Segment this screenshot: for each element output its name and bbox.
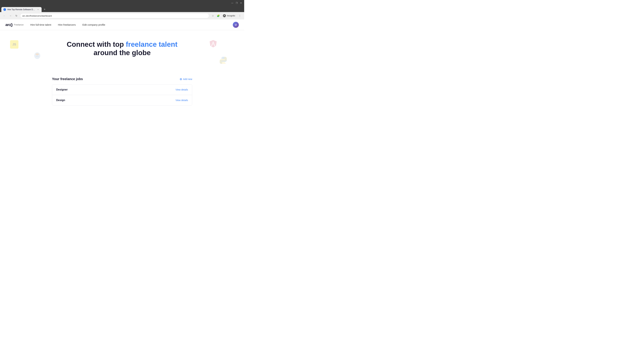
url-text: arc.dev/freelancers/dashboard	[22, 14, 207, 17]
tab-title: Hire Top Remote Software Dev...	[8, 8, 35, 11]
add-new-icon: ⊕	[180, 78, 182, 81]
jobs-list: Designer View details Design View detail…	[52, 84, 192, 106]
svg-rect-5	[212, 44, 214, 44]
extensions-icon: 🧩	[217, 14, 220, 17]
nav-links: Hire full-time talent Hire freelancers E…	[30, 23, 226, 26]
maximize-button[interactable]: ❐	[235, 1, 238, 5]
hero-title: Connect with top freelance talent around…	[64, 40, 181, 57]
tab-favicon-icon	[3, 8, 6, 11]
bookmark-icon: ☆	[212, 14, 214, 17]
top-nav: arc() Freelance Hire full-time talent Hi…	[0, 19, 244, 30]
back-button[interactable]: ←	[2, 13, 7, 18]
browser-chrome: — ❐ ✕ Hire Top Remote Software Dev... × …	[0, 0, 244, 19]
logo-freelance: Freelance	[14, 23, 24, 26]
title-bar: — ❐ ✕	[0, 0, 244, 6]
svg-marker-3	[210, 40, 217, 47]
extensions-button[interactable]: 🧩	[216, 13, 220, 18]
incognito-icon	[223, 14, 226, 17]
incognito-badge[interactable]: Incognito	[221, 13, 237, 18]
hero-title-highlight: freelance talent	[126, 40, 178, 48]
svg-marker-4	[211, 41, 215, 46]
job-name-design: Design	[56, 99, 65, 102]
jobs-section-title: Your freelance jobs	[52, 77, 83, 81]
more-options-button[interactable]: ⋮	[238, 13, 242, 18]
jobs-header: Your freelance jobs ⊕ Add new	[52, 77, 192, 81]
view-details-designer-button[interactable]: View details	[176, 88, 188, 91]
nav-link-hire-fulltime[interactable]: Hire full-time talent	[30, 23, 51, 26]
close-tab-button[interactable]: ×	[36, 8, 40, 11]
view-details-design-button[interactable]: View details	[176, 99, 188, 102]
browser-nav-bar: ← → ↻ arc.dev/freelancers/dashboard ☆ 🧩	[0, 12, 244, 19]
tab-bar: Hire Top Remote Software Dev... × +	[0, 6, 244, 12]
active-tab[interactable]: Hire Top Remote Software Dev... ×	[1, 7, 42, 12]
add-new-button[interactable]: ⊕ Add new	[180, 78, 192, 81]
address-bar[interactable]: arc.dev/freelancers/dashboard	[20, 13, 209, 18]
job-item-designer: Designer View details	[52, 84, 192, 95]
app-container: arc() Freelance Hire full-time talent Hi…	[0, 19, 244, 137]
svg-point-7	[224, 62, 224, 63]
hero-title-suffix: around the globe	[94, 49, 151, 57]
logo-area: arc() Freelance	[5, 23, 24, 27]
incognito-label: Incognito	[227, 14, 235, 17]
add-new-label: Add new	[183, 78, 192, 80]
more-icon: ⋮	[239, 14, 241, 17]
svg-point-2	[36, 53, 39, 55]
forward-button[interactable]: →	[8, 13, 13, 18]
hero-title-prefix: Connect with top	[67, 40, 126, 48]
close-button[interactable]: ✕	[239, 1, 243, 5]
js-floating-icon: JS	[10, 40, 18, 49]
nav-link-hire-freelancers[interactable]: Hire freelancers	[58, 23, 76, 26]
avatar-initials: U	[235, 23, 237, 26]
bookmark-button[interactable]: ☆	[210, 13, 215, 18]
logo-arc: arc()	[5, 23, 12, 27]
job-item-design: Design View details	[52, 95, 192, 105]
nav-link-edit-profile[interactable]: Edit company profile	[82, 23, 105, 26]
browser-actions: ☆ 🧩 Incognito ⋮	[210, 13, 242, 18]
refresh-button[interactable]: ↻	[14, 13, 19, 18]
job-name-designer: Designer	[56, 88, 68, 91]
hero-section: JS	[0, 30, 244, 77]
svg-point-1	[34, 52, 40, 59]
jobs-section: Your freelance jobs ⊕ Add new Designer V…	[46, 77, 198, 112]
avatar[interactable]: U	[233, 22, 239, 28]
angular-floating-icon	[209, 39, 217, 48]
svg-point-6	[222, 58, 223, 58]
new-tab-button[interactable]: +	[42, 7, 47, 12]
java-floating-icon	[34, 52, 41, 59]
python-floating-icon	[219, 56, 228, 64]
minimize-button[interactable]: —	[230, 1, 234, 5]
